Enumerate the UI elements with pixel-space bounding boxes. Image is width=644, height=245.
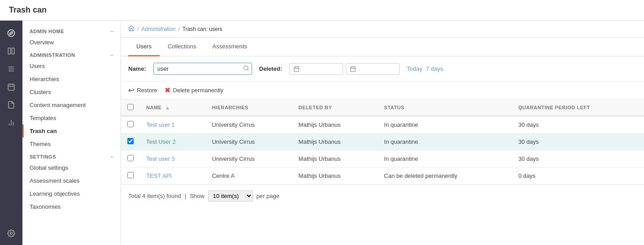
nav-document[interactable]: [2, 97, 20, 113]
icon-rail: [0, 21, 22, 245]
svg-point-0: [8, 30, 15, 37]
admin-home-section-header: ADMIN HOME −: [22, 25, 121, 36]
filters: Name: Deleted: Today: [121, 56, 644, 82]
row4-checkbox[interactable]: [127, 172, 134, 178]
date-to-input[interactable]: [346, 63, 400, 75]
table-row: TEST API Centre A Mathijs Urbanus Can be…: [121, 168, 644, 185]
row1-hierarchies: University Cirrus: [206, 116, 292, 133]
svg-point-14: [10, 232, 13, 235]
tabs: Users Collections Assessments: [121, 38, 644, 56]
breadcrumb-administration[interactable]: Administration: [141, 26, 175, 32]
table-header: NAME ▲ HIERARCHIES DELETED BY STATUS: [121, 99, 644, 116]
date-from-input[interactable]: [289, 63, 343, 75]
svg-rect-21: [351, 67, 356, 72]
row4-name[interactable]: TEST API: [140, 168, 206, 185]
sidebar-item-assessment-scales[interactable]: Assessment scales: [22, 174, 121, 187]
settings-collapse[interactable]: −: [110, 154, 113, 159]
page-title: Trash can: [9, 5, 47, 14]
tab-collections[interactable]: Collections: [160, 38, 205, 56]
quick-link-7days[interactable]: 7 days: [426, 65, 443, 72]
delete-permanently-icon: ✖: [165, 86, 170, 95]
tab-users[interactable]: Users: [128, 38, 160, 56]
row3-quarantine: 30 days: [512, 150, 644, 168]
row3-deleted-by: Mathijs Urbanus: [292, 150, 378, 168]
svg-line-16: [247, 69, 248, 71]
nav-compass[interactable]: [2, 25, 20, 41]
sidebar-item-users[interactable]: Users: [22, 60, 121, 73]
per-page-select[interactable]: 10 item(s) 25 item(s) 50 item(s) 100 ite…: [208, 190, 253, 202]
row2-checkbox-cell: [121, 133, 140, 150]
row3-name[interactable]: Test user 3: [140, 150, 206, 168]
name-search-button[interactable]: [243, 65, 249, 72]
page-title-bar: Trash can: [0, 0, 644, 21]
name-sort-icon: ▲: [165, 105, 170, 110]
select-all-header: [121, 99, 140, 116]
admin-home-collapse[interactable]: −: [110, 29, 113, 34]
row2-checkbox[interactable]: [127, 138, 134, 144]
table-footer: Total 4 item(s) found | Show 10 item(s) …: [121, 185, 644, 207]
row1-checkbox[interactable]: [127, 121, 134, 127]
svg-rect-7: [8, 84, 14, 90]
svg-marker-1: [10, 32, 13, 34]
tab-assessments[interactable]: Assessments: [205, 38, 255, 56]
row1-name[interactable]: Test user 1: [140, 116, 206, 133]
svg-rect-3: [12, 48, 14, 54]
row4-hierarchies: Centre A: [206, 168, 292, 185]
delete-permanently-button[interactable]: ✖ Delete permanently: [165, 86, 224, 95]
sidebar-item-themes[interactable]: Themes: [22, 138, 121, 150]
nav-calendar[interactable]: [2, 79, 20, 95]
table-row: Test User 2 University Cirrus Mathijs Ur…: [121, 133, 644, 150]
total-items-text: Total 4 item(s) found: [128, 193, 181, 199]
col-status: STATUS: [378, 99, 512, 116]
col-name[interactable]: NAME ▲: [140, 99, 206, 116]
row2-status: In quarantine: [378, 133, 512, 150]
row1-checkbox-cell: [121, 116, 140, 133]
table-row: Test user 1 University Cirrus Mathijs Ur…: [121, 116, 644, 133]
row2-quarantine: 30 days: [512, 133, 644, 150]
administration-collapse[interactable]: −: [110, 52, 113, 58]
row4-checkbox-cell: [121, 168, 140, 185]
svg-point-15: [244, 66, 248, 70]
nav-list[interactable]: [2, 61, 20, 77]
sidebar-item-hierarchies[interactable]: Hierarchies: [22, 73, 121, 86]
home-icon[interactable]: [128, 25, 135, 33]
breadcrumb: / Administration / Trash can: users: [121, 21, 644, 38]
col-hierarchies: HIERARCHIES: [206, 99, 292, 116]
restore-icon: ↩: [128, 86, 134, 95]
name-filter-input[interactable]: [153, 63, 252, 75]
sidebar-item-templates[interactable]: Templates: [22, 112, 121, 125]
row2-deleted-by: Mathijs Urbanus: [292, 133, 378, 150]
row4-quarantine: 0 days: [512, 168, 644, 185]
nav-chart[interactable]: [2, 115, 20, 131]
col-deleted-by: DELETED BY: [292, 99, 378, 116]
quick-link-today[interactable]: Today: [407, 65, 422, 72]
select-all-checkbox[interactable]: [127, 104, 134, 110]
row1-quarantine: 30 days: [512, 116, 644, 133]
sidebar-item-global-settings[interactable]: Global settings: [22, 161, 121, 174]
col-quarantine: QUARANTINE PERIOD LEFT: [512, 99, 644, 116]
row3-status: In quarantine: [378, 150, 512, 168]
nav-library[interactable]: [2, 43, 20, 59]
date-range-wrap: [289, 63, 400, 75]
users-table: NAME ▲ HIERARCHIES DELETED BY STATUS: [121, 99, 644, 185]
sidebar-item-learning-objectives[interactable]: Learning objectives: [22, 187, 121, 200]
row4-status: Can be deleted permanently: [378, 168, 512, 185]
sidebar-item-overview[interactable]: Overview: [22, 36, 121, 49]
per-page-label: per page: [257, 193, 279, 199]
row3-checkbox[interactable]: [127, 155, 134, 161]
restore-button[interactable]: ↩ Restore: [128, 86, 157, 95]
table-row: Test user 3 University Cirrus Mathijs Ur…: [121, 150, 644, 168]
sidebar: ADMIN HOME − Overview ADMINISTRATION − U…: [22, 21, 121, 245]
svg-rect-2: [8, 48, 10, 54]
nav-settings[interactable]: [2, 225, 20, 241]
sidebar-item-clusters[interactable]: Clusters: [22, 86, 121, 99]
settings-section-header: SETTINGS −: [22, 150, 121, 161]
sidebar-item-taxonomies[interactable]: Taxonomies: [22, 200, 121, 213]
sidebar-item-content-management[interactable]: Content management: [22, 99, 121, 112]
row2-name[interactable]: Test User 2: [140, 133, 206, 150]
quick-links: Today 7 days: [407, 65, 443, 72]
row3-hierarchies: University Cirrus: [206, 150, 292, 168]
row1-status: In quarantine: [378, 116, 512, 133]
name-filter-label: Name:: [128, 65, 146, 72]
sidebar-item-trash-can[interactable]: Trash can: [22, 125, 121, 138]
